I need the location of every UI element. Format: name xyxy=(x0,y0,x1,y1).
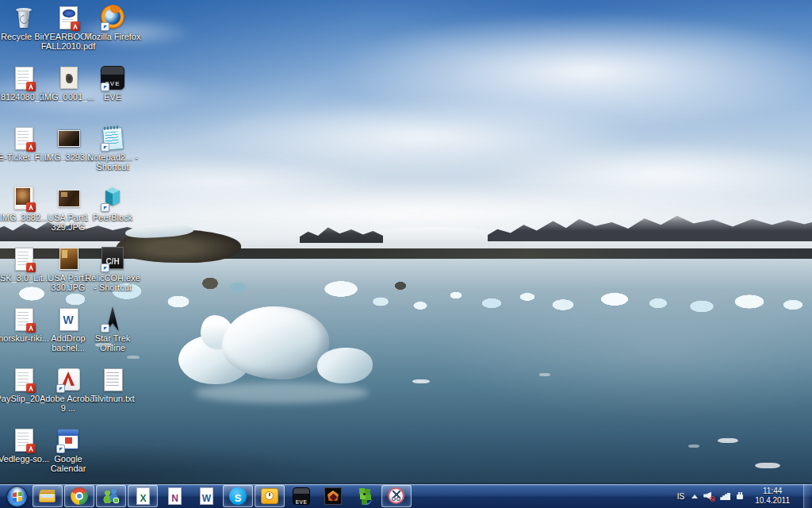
hidden-icons-chevron[interactable] xyxy=(691,494,699,498)
image-file-icon xyxy=(54,125,82,152)
shortcut-arrow-icon xyxy=(56,384,65,393)
wallpaper-foam xyxy=(539,373,550,376)
system-tray: IS 11:44 10.4.2011 xyxy=(676,484,810,508)
shortcut-arrow-icon xyxy=(101,22,109,31)
explorer-icon xyxy=(37,486,58,506)
shortcut-arrow-icon xyxy=(56,444,65,453)
eve-online-taskbar-button[interactable] xyxy=(286,485,316,507)
image-file-icon xyxy=(54,64,82,91)
wallpaper-foam xyxy=(412,379,430,383)
wallpaper-foam xyxy=(718,438,738,443)
coh-icon xyxy=(323,486,343,506)
desktop-icon-star-trek-online[interactable]: Star Trek Online xyxy=(90,304,135,364)
pdf-document-icon xyxy=(10,125,38,152)
windows-orb-icon xyxy=(6,486,28,507)
shortcut-arrow-icon xyxy=(101,264,109,272)
desktop-icon-label: Tilvitnun.txt xyxy=(82,394,143,403)
desktop-icon-label: Google Calendar xyxy=(38,454,98,473)
desktop-icon-label: Notepad2... - Shortcut xyxy=(82,152,143,171)
windows-live-messenger-taskbar-button[interactable] xyxy=(96,485,126,507)
recycle-bin-icon xyxy=(10,4,38,31)
desktop-icon-mozilla-firefox[interactable]: Mozilla Firefox xyxy=(90,2,135,63)
green-app-taskbar-button[interactable] xyxy=(350,485,380,507)
wallpaper-foam xyxy=(755,463,780,468)
star-trek-delta-icon xyxy=(98,306,127,333)
text-file-icon xyxy=(98,366,127,393)
onenote-taskbar-button[interactable] xyxy=(159,485,190,507)
taskbar: IS 11:44 10.4.2011 xyxy=(0,484,812,508)
eve-icon xyxy=(291,486,312,506)
shortcut-arrow-icon xyxy=(101,143,109,152)
desktop-icon-peerblock[interactable]: PeerBlock xyxy=(90,183,135,244)
jpg-photo-icon xyxy=(54,185,82,212)
word-taskbar-button[interactable] xyxy=(191,485,221,507)
clock-date: 10.4.2011 xyxy=(755,496,790,506)
company-of-heroes-icon xyxy=(98,245,127,272)
shortcut-arrow-icon xyxy=(101,203,109,212)
notepad2-icon xyxy=(98,125,127,152)
desktop-icon-label: RelicCOH.exe - Shortcut xyxy=(82,273,143,292)
desktop-icon-notepad2-shortcut[interactable]: Notepad2... - Shortcut xyxy=(90,123,135,183)
power-plug-icon[interactable] xyxy=(735,491,745,501)
volume-muted-icon[interactable] xyxy=(703,491,715,502)
start-button[interactable] xyxy=(2,484,32,508)
taskbar-pinned-items xyxy=(32,484,412,508)
pdf-document-icon xyxy=(10,64,38,91)
google-calendar-icon xyxy=(54,426,82,453)
excel-taskbar-button[interactable] xyxy=(128,485,158,507)
outlook-taskbar-button[interactable] xyxy=(255,485,285,507)
onenote-icon xyxy=(164,486,185,506)
chrome-icon xyxy=(69,486,90,506)
outlook-icon xyxy=(259,486,280,506)
show-desktop-button[interactable] xyxy=(803,484,810,508)
desktop-icon-label: Star Trek Online xyxy=(82,333,143,352)
pdf-badge-icon xyxy=(71,21,80,31)
network-signal-icon[interactable] xyxy=(720,492,730,500)
pdf-document-icon xyxy=(10,426,38,453)
desktop-icon-reliccoh-exe-shortcut[interactable]: RelicCOH.exe - Shortcut xyxy=(90,244,135,304)
clock[interactable]: 11:44 10.4.2011 xyxy=(750,487,795,506)
company-of-heroes-taskbar-button[interactable] xyxy=(318,485,348,507)
pdf-badge-icon xyxy=(26,323,36,333)
desktop-icon-label: PeerBlock xyxy=(82,213,143,222)
skype-icon xyxy=(228,486,248,506)
eve-online-icon xyxy=(98,64,127,91)
windows-desktop: Recycle BinYEARBOOK FALL2010.pdfMozilla … xyxy=(0,0,812,508)
pdf-badge-icon xyxy=(26,383,36,393)
snipping-icon xyxy=(386,486,407,506)
desktop-icon-google-calendar[interactable]: Google Calendar xyxy=(46,425,90,485)
greenapp-icon xyxy=(354,486,375,506)
skype-taskbar-button[interactable] xyxy=(223,485,253,507)
messenger-icon xyxy=(101,486,121,506)
pdf-badge-icon xyxy=(26,82,36,91)
desktop-icon-label: Mozilla Firefox xyxy=(82,32,143,41)
pdf-document-icon xyxy=(10,306,38,333)
google-chrome-taskbar-button[interactable] xyxy=(64,485,94,507)
excel-icon xyxy=(132,486,153,506)
wallpaper-big-iceberg xyxy=(178,302,381,405)
shortcut-arrow-icon xyxy=(101,324,109,333)
desktop-icon-grid: Recycle BinYEARBOOK FALL2010.pdfMozilla … xyxy=(2,2,135,485)
image-pdf-icon xyxy=(10,185,38,212)
desktop-icon-label: EVE xyxy=(82,92,143,102)
pdf-badge-icon xyxy=(26,263,36,272)
desktop-icon-eve[interactable]: EVE xyxy=(90,63,135,123)
iceberg-reflection xyxy=(194,383,369,403)
tray-icon-strip xyxy=(691,491,745,502)
pdf-badge-icon xyxy=(26,202,36,212)
jpg-photo-icon xyxy=(54,245,82,272)
word-icon xyxy=(196,486,216,506)
peerblock-cube-icon xyxy=(98,185,127,212)
word-document-icon xyxy=(54,306,82,333)
snipping-tool-taskbar-button[interactable] xyxy=(381,485,412,507)
pdf-document-icon xyxy=(54,4,82,31)
clock-time: 11:44 xyxy=(763,487,782,496)
pdf-document-icon xyxy=(10,366,38,393)
pdf-badge-icon xyxy=(26,142,36,152)
windows-explorer-taskbar-button[interactable] xyxy=(33,485,63,507)
pdf-badge-icon xyxy=(26,444,36,453)
language-indicator[interactable]: IS xyxy=(676,492,686,501)
adobe-acrobat-icon xyxy=(54,366,82,393)
shortcut-arrow-icon xyxy=(101,83,109,91)
desktop-icon-tilvitnun-txt[interactable]: Tilvitnun.txt xyxy=(90,364,135,425)
